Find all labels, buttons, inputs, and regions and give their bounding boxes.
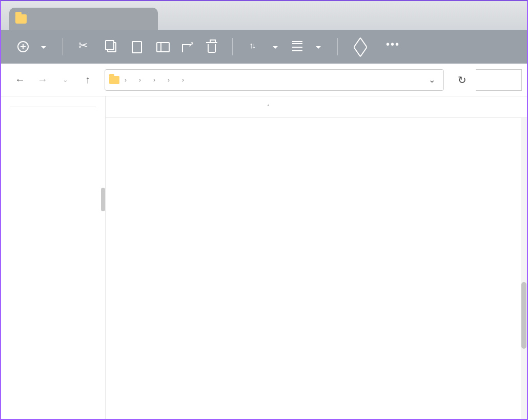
dots-icon <box>386 41 397 52</box>
copy-button[interactable] <box>100 38 121 55</box>
chevron-right-icon: › <box>181 76 185 84</box>
scrollbar-thumb[interactable] <box>521 282 526 349</box>
column-name[interactable]: ˄ <box>116 104 284 110</box>
rename-icon <box>156 41 168 52</box>
more-button[interactable] <box>381 38 402 55</box>
divider <box>10 107 96 107</box>
new-tab-button[interactable] <box>158 9 178 30</box>
chevron-right-icon: › <box>152 76 156 84</box>
search-input[interactable] <box>476 69 522 91</box>
folder-icon <box>109 76 119 84</box>
view-button[interactable] <box>287 38 326 56</box>
address-history-button[interactable]: ⌄ <box>424 73 439 87</box>
extract-icon <box>354 41 365 52</box>
view-icon <box>292 41 303 52</box>
up-button[interactable]: ↑ <box>78 70 97 90</box>
chevron-down-icon <box>39 41 46 53</box>
column-headers: ˄ <box>106 96 527 118</box>
new-button[interactable] <box>12 38 51 56</box>
sort-asc-icon: ˄ <box>267 104 270 110</box>
scrollbar[interactable] <box>521 118 527 419</box>
recent-button[interactable]: ⌄ <box>55 70 75 90</box>
toolbar <box>1 30 527 64</box>
new-icon <box>17 41 29 52</box>
crumb-this-pc[interactable] <box>130 78 136 82</box>
crumb-steam[interactable] <box>173 78 179 82</box>
divider <box>232 38 233 55</box>
breadcrumb-bar[interactable]: › › › › › ⌄ <box>105 69 444 91</box>
sort-button[interactable] <box>244 38 283 56</box>
cut-button[interactable] <box>74 38 96 55</box>
folder-icon <box>15 14 27 24</box>
chevron-right-icon: › <box>124 76 128 84</box>
body: ˄ <box>1 96 527 419</box>
file-list: ˄ <box>106 96 527 419</box>
close-tab-button[interactable] <box>144 17 152 21</box>
tab-strip <box>1 1 527 30</box>
crumb-program-files[interactable] <box>158 78 165 82</box>
sidebar-scrollbar-thumb[interactable] <box>101 188 105 211</box>
crumb-os-c[interactable] <box>144 78 150 82</box>
tab-steam[interactable] <box>9 8 158 30</box>
trash-icon <box>208 44 216 53</box>
sort-icon <box>249 41 260 52</box>
chevron-right-icon: › <box>167 76 171 84</box>
paste-button[interactable] <box>126 38 147 55</box>
chevron-right-icon: › <box>138 76 142 84</box>
forward-button[interactable]: → <box>33 70 52 90</box>
paste-icon <box>131 41 142 52</box>
share-icon <box>182 41 193 52</box>
back-button[interactable]: ← <box>10 70 30 90</box>
divider <box>63 38 63 55</box>
share-button[interactable] <box>177 38 198 55</box>
chevron-down-icon <box>314 41 321 53</box>
divider <box>337 38 338 55</box>
chevron-down-icon <box>271 41 278 53</box>
refresh-button[interactable]: ↻ <box>451 69 473 91</box>
rename-button[interactable] <box>151 38 173 55</box>
cut-icon <box>79 41 91 52</box>
address-bar: ← → ⌄ ↑ › › › › › ⌄ ↻ <box>1 64 527 96</box>
sidebar <box>1 96 106 419</box>
copy-icon <box>105 41 116 52</box>
extract-button[interactable] <box>349 38 371 55</box>
delete-button[interactable] <box>202 39 221 54</box>
